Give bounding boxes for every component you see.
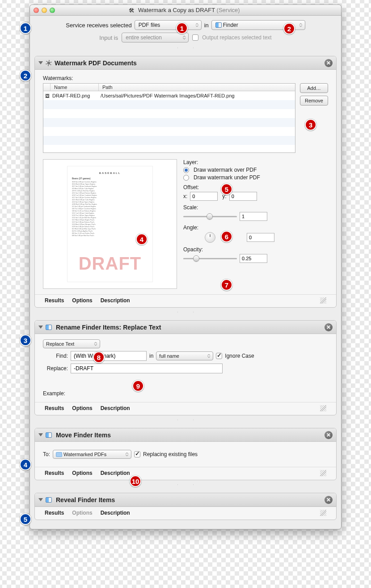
robot-icon: 🛠 [128, 7, 135, 13]
table-row[interactable]: 🖼 DRAFT-RED.png /Users/sal/Pictures/PDF … [43, 91, 295, 100]
service-receives-label: Service receives selected [66, 22, 131, 29]
watermarks-label: Watermarks: [43, 75, 328, 81]
finder-icon [46, 432, 52, 438]
action-footer: Results Options Description [35, 294, 336, 307]
annotation-red-2: 2 [283, 23, 295, 34]
window-title: 🛠 Watermark a Copy as DRAFT (Service) [55, 7, 313, 14]
results-tab[interactable]: Results [45, 470, 64, 476]
find-field[interactable] [71, 351, 147, 361]
table-header: Name Path [43, 84, 295, 91]
annotation-red-5: 5 [221, 183, 232, 195]
file-icon: 🖼 [43, 93, 51, 98]
offset-label: Offset: [183, 184, 328, 190]
action-title: Move Finder Items [56, 431, 111, 439]
input-type-popup[interactable]: PDF files [135, 20, 202, 30]
ignore-case-label: Ignore Case [225, 353, 254, 359]
description-tab[interactable]: Description [101, 470, 130, 476]
results-tab[interactable]: Results [45, 297, 64, 304]
annotation-red-4: 4 [136, 233, 148, 245]
preview-body-text: 3/20 Sat 4:00 pm Crushers Hughes3/24 Wed… [72, 181, 148, 237]
example-label: Example: [43, 390, 328, 397]
resize-grip-icon[interactable] [320, 510, 326, 516]
ignore-case-checkbox[interactable] [216, 353, 222, 359]
find-label: Find: [43, 353, 68, 359]
opacity-label: Opacity: [183, 246, 328, 253]
zoom-icon[interactable] [50, 8, 55, 13]
annotation-red-10: 10 [130, 475, 141, 487]
remove-action-icon[interactable]: ✕ [325, 323, 333, 331]
preview-subheading: Bears (27 games) [72, 177, 148, 180]
close-icon[interactable] [34, 8, 39, 13]
replacing-label: Replacing existing files [143, 451, 198, 457]
options-tab[interactable]: Options [72, 470, 92, 476]
opacity-slider[interactable] [183, 255, 237, 262]
scale-label: Scale: [183, 204, 328, 211]
results-tab[interactable]: Results [45, 405, 64, 411]
find-in-popup[interactable]: full name [156, 351, 213, 360]
minimize-icon[interactable] [42, 8, 47, 13]
flow-notch-icon [30, 485, 341, 491]
action-reveal-finder-items: Reveal Finder Items ✕ Results Options De… [34, 493, 337, 520]
col-path[interactable]: Path [99, 84, 295, 91]
resize-grip-icon[interactable] [320, 405, 326, 411]
action-header: Watermark PDF Documents ✕ [35, 56, 336, 70]
description-tab[interactable]: Description [101, 405, 130, 411]
preview-pane: BASEBALL Bears (27 games) 3/20 Sat 4:00 … [43, 159, 177, 289]
finder-icon [46, 497, 52, 503]
layer-under-label: Draw watermark under PDF [194, 174, 260, 181]
disclosure-triangle-icon[interactable] [38, 326, 43, 329]
disclosure-triangle-icon[interactable] [38, 433, 43, 436]
remove-action-icon[interactable]: ✕ [325, 431, 333, 439]
destination-popup[interactable]: Watermarked PDFs [53, 450, 131, 459]
angle-dial[interactable] [205, 232, 215, 243]
remove-action-icon[interactable]: ✕ [325, 496, 333, 504]
watermarks-table[interactable]: Name Path 🖼 DRAFT-RED.png /Users/sal/Pic… [43, 83, 295, 153]
replacing-checkbox[interactable] [134, 451, 140, 457]
gear-icon [46, 60, 52, 66]
action-title: Reveal Finder Items [56, 496, 115, 503]
traffic-lights [34, 8, 55, 13]
disclosure-triangle-icon[interactable] [38, 498, 43, 501]
offset-x-field[interactable] [190, 192, 218, 201]
opacity-field[interactable] [240, 254, 267, 263]
description-tab[interactable]: Description [101, 510, 130, 516]
replace-field[interactable] [71, 364, 223, 373]
action-rename-finder-items: Rename Finder Items: Replace Text ✕ Repl… [34, 320, 337, 415]
remove-button[interactable]: Remove [300, 96, 328, 106]
action-title: Watermark PDF Documents [55, 59, 137, 67]
scale-slider[interactable] [183, 213, 237, 220]
resize-grip-icon[interactable] [320, 470, 326, 476]
angle-field[interactable] [247, 233, 274, 242]
annotation-red-3: 3 [305, 119, 316, 131]
layer-under-radio[interactable] [183, 175, 189, 181]
cell-path: /Users/sal/Pictures/PDF Watermark Images… [100, 93, 295, 98]
resize-grip-icon[interactable] [320, 297, 326, 304]
action-move-finder-items: Move Finder Items ✕ To: Watermarked PDFs… [34, 428, 337, 480]
preview-page: BASEBALL Bears (27 games) 3/20 Sat 4:00 … [67, 166, 152, 282]
annotation-red-8: 8 [93, 351, 105, 363]
preview-heading: BASEBALL [72, 172, 148, 174]
output-replaces-checkbox [192, 34, 198, 41]
annotation-blue-3: 3 [20, 334, 31, 346]
replace-label: Replace: [43, 365, 68, 372]
layer-label: Layer: [183, 159, 328, 165]
automator-window: 🛠 Watermark a Copy as DRAFT (Service) Se… [30, 4, 341, 529]
add-button[interactable]: Add… [300, 83, 328, 93]
description-tab[interactable]: Description [101, 297, 130, 304]
rename-mode-popup[interactable]: Replace Text [43, 339, 100, 348]
flow-notch-icon [30, 312, 341, 318]
scale-field[interactable] [240, 212, 267, 221]
col-name[interactable]: Name [51, 84, 99, 91]
options-tab[interactable]: Options [72, 297, 92, 304]
options-tab[interactable]: Options [72, 510, 92, 516]
options-tab[interactable]: Options [72, 405, 92, 411]
layer-over-radio[interactable] [183, 167, 189, 173]
disclosure-triangle-icon[interactable] [38, 61, 43, 64]
in-label: in [204, 22, 209, 29]
offset-y-field[interactable] [229, 192, 257, 201]
layer-over-label: Draw watermark over PDF [194, 167, 257, 173]
remove-action-icon[interactable]: ✕ [325, 59, 333, 67]
results-tab[interactable]: Results [45, 510, 64, 516]
folder-icon [56, 452, 62, 457]
cell-name: DRAFT-RED.png [51, 93, 100, 98]
